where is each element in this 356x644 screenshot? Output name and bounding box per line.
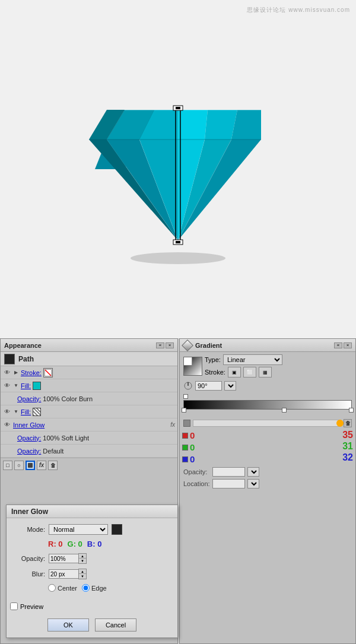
gradient-panel: Gradient « × Type: Linear Radial [179, 338, 356, 644]
opacity-spin-btns[interactable]: ▲ ▼ [78, 553, 87, 564]
location-input-g[interactable] [212, 479, 245, 488]
gradient-preview-box[interactable] [183, 357, 202, 376]
blur-spin-input[interactable] [49, 569, 78, 579]
opacity-spin-input[interactable] [49, 554, 78, 563]
fill-cyan-swatch[interactable] [33, 382, 41, 390]
g-val-right: 31 [342, 441, 353, 452]
stroke-opt-1[interactable]: ▣ [228, 367, 241, 377]
gradient-stop-left[interactable] [182, 408, 186, 413]
r-display: R: 0 [48, 540, 63, 548]
location-select-g[interactable]: ▼ [247, 479, 259, 488]
type-select[interactable]: Linear Radial [223, 354, 282, 365]
center-radio-label[interactable]: Center [48, 584, 77, 592]
fill-cyan-eye[interactable]: 👁 [3, 382, 11, 390]
blur-spin-btns[interactable]: ▲ ▼ [78, 569, 87, 579]
fill-pattern-eye[interactable]: 👁 [3, 408, 11, 416]
stroke-icon[interactable] [43, 368, 53, 377]
svg-rect-28 [178, 107, 180, 109]
gradient-diamond-icon [182, 340, 193, 351]
gradient-orange-stop[interactable] [336, 420, 344, 427]
gradient-title: Gradient [195, 342, 222, 349]
dialog-color-swatch[interactable] [112, 524, 122, 535]
dialog-header: Inner Glow [7, 505, 177, 518]
gradient-header: Gradient « × [180, 339, 355, 352]
footer-fx-icon[interactable]: fx [37, 461, 46, 470]
top-stops [183, 394, 352, 399]
location-label-g: Location: [183, 480, 210, 487]
blur-spin-dn[interactable]: ▼ [79, 574, 86, 579]
panel-close[interactable]: × [166, 342, 174, 348]
gradient-stop-mid[interactable] [282, 408, 287, 413]
fill-label[interactable]: Fill: [21, 382, 31, 389]
gradient-close[interactable]: × [344, 342, 352, 348]
appearance-footer: □ ○ fx 🗑 [1, 458, 177, 472]
cancel-button[interactable]: Cancel [95, 618, 136, 632]
fill-pattern-arrow[interactable]: ▼ [13, 409, 19, 415]
gradient-stop-right[interactable] [349, 408, 354, 413]
opacity-label-1[interactable]: Opacity: [17, 395, 41, 402]
top-stop-left[interactable] [183, 394, 188, 399]
radio-group: Center Edge [48, 584, 171, 592]
blur-spin-up[interactable]: ▲ [79, 569, 86, 574]
fill-label-2[interactable]: Fill: [21, 408, 31, 415]
b-display: B: 0 [87, 540, 102, 548]
appearance-panel-title: Appearance [4, 342, 42, 349]
inner-glow-link[interactable]: Inner Glow [13, 421, 44, 429]
dialog-footer: OK Cancel [7, 615, 177, 637]
r-val-left: 0 [190, 430, 195, 440]
footer-layer-icon[interactable] [26, 461, 35, 470]
dialog-title: Inner Glow [11, 507, 48, 516]
svg-marker-12 [178, 110, 208, 139]
opacity-spin-up[interactable]: ▲ [79, 554, 86, 559]
opacity-label-3[interactable]: Opacity: [17, 448, 41, 455]
r-swatch [182, 433, 188, 439]
opacity-label-2[interactable]: Opacity: [17, 434, 41, 442]
fill-cyan-arrow[interactable]: ▼ [13, 383, 19, 389]
edge-radio-label[interactable]: Edge [82, 584, 107, 592]
gradient-trash[interactable]: 🗑 [344, 419, 352, 427]
center-radio[interactable] [48, 584, 56, 592]
footer-circle-icon[interactable]: ○ [14, 461, 24, 470]
angle-input[interactable] [195, 381, 222, 391]
gradient-icon-1[interactable] [183, 420, 190, 427]
preview-checkbox[interactable] [10, 602, 18, 610]
gradient-double-arrow[interactable]: « [334, 342, 342, 348]
location-row-g: Location: ▼ [180, 478, 355, 490]
r-row: 0 [182, 430, 195, 441]
opacity-input-g[interactable] [212, 467, 245, 477]
gradient-type-row: Type: Linear Radial [205, 354, 282, 365]
footer-trash-icon[interactable]: 🗑 [48, 461, 58, 470]
gradient-bar[interactable] [183, 400, 352, 410]
b-row: 0 [182, 453, 195, 465]
opacity-spinner[interactable]: ▲ ▼ [49, 553, 87, 564]
ok-button[interactable]: OK [47, 618, 89, 632]
svg-line-33 [44, 369, 52, 376]
stroke-expand-arrow[interactable]: ▶ [13, 370, 19, 376]
type-label: Type: [205, 356, 221, 363]
inner-glow-eye[interactable]: 👁 [3, 421, 11, 429]
fill-pattern-swatch[interactable] [33, 408, 41, 416]
g-display: G: 0 [68, 540, 82, 548]
mode-select[interactable]: Normal Multiply Screen [49, 524, 108, 535]
rgb-vals-section: 0 0 0 35 31 32 [180, 429, 355, 466]
mode-row: Mode: Normal Multiply Screen [12, 524, 171, 535]
stroke-opt-2[interactable]: ⬜ [243, 367, 256, 377]
angle-icon [183, 381, 193, 391]
opacity-spin-dn[interactable]: ▼ [79, 559, 86, 563]
footer-rect-icon[interactable]: □ [3, 461, 12, 470]
stroke-label[interactable]: Stroke: [21, 369, 42, 376]
angle-select[interactable]: ▼ [224, 381, 236, 391]
stroke-visibility-eye[interactable]: 👁 [3, 369, 11, 377]
edge-radio[interactable] [82, 584, 90, 592]
gradient-type-container: Type: Linear Radial Stroke: ▣ ⬜ ▦ [205, 354, 282, 377]
stroke-opts-row: Stroke: ▣ ⬜ ▦ [205, 367, 282, 377]
gradient-icons-row: 🗑 [180, 418, 355, 429]
opacity-select-g[interactable]: ▼ [247, 467, 259, 477]
fx-badge[interactable]: fx [170, 421, 175, 428]
blur-spinner[interactable]: ▲ ▼ [49, 569, 87, 579]
opacity-row-g: Opacity: ▼ [180, 466, 355, 478]
panel-double-arrow[interactable]: « [156, 342, 164, 348]
panel-controls: « × [156, 342, 174, 348]
preview-checkbox-row: Preview [7, 602, 177, 610]
stroke-opt-3[interactable]: ▦ [259, 367, 272, 377]
